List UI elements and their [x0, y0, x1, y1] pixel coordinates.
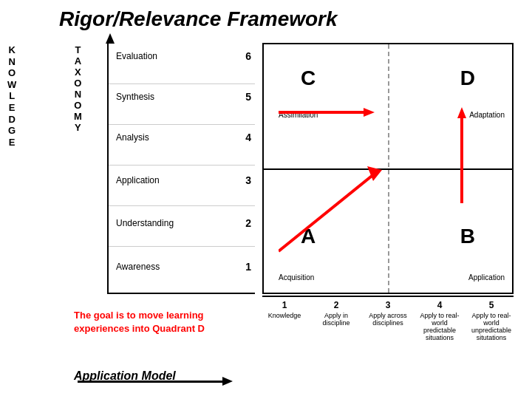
- axis-number-1: 1: [282, 300, 287, 310]
- page-container: Rigor/Relevance Framework KNOWLEDGE TAXO…: [0, 0, 532, 399]
- bottom-axis: 1 Knowledge 2 Apply in discipline 3 Appl…: [262, 300, 514, 341]
- taxonomy-vertical-label: TAXONOMY: [74, 44, 83, 133]
- level-application-number: 3: [245, 174, 251, 186]
- axis-item-4: 4 Apply to real-world predictable situat…: [417, 300, 462, 341]
- level-awareness-number: 1: [245, 261, 251, 273]
- level-understanding-number: 2: [245, 217, 251, 229]
- quadrant-d-label: D: [460, 66, 475, 90]
- axis-label-2: Apply in discipline: [314, 312, 358, 327]
- axis-number-4: 4: [437, 300, 443, 310]
- level-awareness-label: Awareness: [116, 262, 160, 272]
- bottom-axis-line: [262, 296, 514, 297]
- level-evaluation-number: 6: [245, 50, 251, 62]
- level-evaluation-label: Evaluation: [116, 51, 157, 61]
- axis-label-3: Apply across disciplines: [366, 312, 410, 327]
- diagonal-arrow-icon: [279, 163, 389, 262]
- level-synthesis-label: Synthesis: [116, 92, 154, 102]
- up-arrow-icon: [106, 33, 115, 44]
- axis-label-4: Apply to real-world predictable situatio…: [417, 312, 462, 341]
- axis-item-1: 1 Knowledge: [262, 300, 307, 319]
- main-title: Rigor/Relevance Framework: [59, 7, 338, 31]
- goal-text: The goal is to move learning experiences…: [74, 309, 236, 335]
- axis-item-2: 2 Apply in discipline: [314, 300, 358, 327]
- knowledge-vertical-label: KNOWLEDGE: [7, 44, 18, 148]
- level-synthesis-number: 5: [245, 91, 251, 103]
- application-model-arrow-icon: [78, 381, 225, 383]
- level-analysis-number: 4: [245, 132, 251, 143]
- acquisition-label: Acquisition: [279, 273, 314, 282]
- horizontal-arrow-icon: [279, 106, 375, 121]
- taxonomy-chart: Evaluation 6 Synthesis 5 Analysis 4 Appl…: [107, 43, 255, 294]
- quadrant-c-label: C: [301, 66, 316, 90]
- level-understanding-label: Understanding: [116, 218, 174, 228]
- axis-number-2: 2: [334, 300, 339, 310]
- quadrant-grid: C D A B Assimilation Adaptation Acquisit…: [262, 43, 514, 294]
- level-application-label: Application: [116, 175, 160, 185]
- svg-line-2: [279, 174, 375, 251]
- axis-number-3: 3: [386, 300, 391, 310]
- axis-item-3: 3 Apply across disciplines: [366, 300, 410, 327]
- axis-label-5: Apply to real-world unpredictable situta…: [469, 312, 514, 341]
- axis-item-5: 5 Apply to real-world unpredictable situ…: [469, 300, 514, 341]
- adaptation-label: Adaptation: [469, 111, 505, 119]
- application-quadrant-label: Application: [468, 273, 505, 282]
- level-analysis-label: Analysis: [116, 132, 149, 143]
- svg-marker-5: [457, 107, 466, 118]
- quadrant-b-label: B: [460, 225, 475, 248]
- svg-marker-1: [364, 108, 375, 117]
- axis-number-5: 5: [489, 300, 494, 310]
- axis-label-1: Knowledge: [268, 312, 301, 319]
- vertical-arrow-icon: [456, 107, 468, 206]
